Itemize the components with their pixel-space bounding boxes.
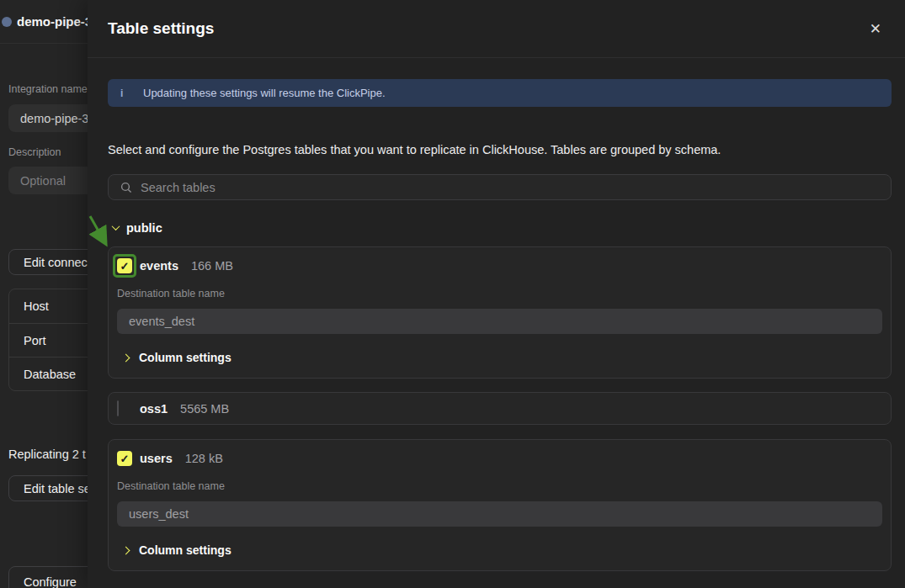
intro-text: Select and configure the Postgres tables…: [108, 142, 892, 157]
description-input[interactable]: Optional: [8, 167, 88, 194]
chevron-down-icon: [112, 222, 120, 230]
resume-info-banner: i Updating these settings will resume th…: [108, 79, 892, 107]
users-destination-input[interactable]: users_dest: [117, 501, 882, 527]
table-size: 5565 MB: [180, 402, 229, 416]
description-label: Description: [8, 146, 88, 158]
table-card-events: ✓ events 166 MB Destination table name e…: [108, 246, 892, 379]
close-icon[interactable]: ✕: [866, 19, 885, 40]
page-title: demo-pipe-3: [17, 14, 88, 29]
chevron-right-icon: [122, 353, 130, 362]
table-size: 166 MB: [191, 259, 233, 273]
edit-connection-button[interactable]: Edit connec: [8, 249, 88, 275]
chevron-right-icon: [122, 546, 130, 554]
table-settings-modal: Table settings ✕ i Updating these settin…: [88, 0, 905, 588]
table-row: ✓ users 128 kB: [117, 448, 882, 469]
schema-group-public[interactable]: public: [113, 221, 892, 234]
banner-text: Updating these settings will resume the …: [143, 87, 386, 99]
connection-row-host: Host: [9, 289, 88, 323]
connection-details-card: Host Port Database: [8, 289, 88, 391]
events-checkbox[interactable]: ✓: [117, 258, 132, 273]
destination-table-label: Destination table name: [117, 288, 882, 299]
table-card-oss1: oss1 5565 MB: [108, 392, 892, 425]
connection-row-port: Port: [9, 323, 88, 357]
replicating-status: Replicating 2 t: [8, 448, 88, 461]
search-placeholder: Search tables: [141, 181, 216, 194]
background-page: demo-pipe-3 Integration name demo-pipe-3…: [0, 0, 88, 588]
integration-name-label: Integration name: [8, 83, 88, 95]
edit-table-settings-button[interactable]: Edit table se: [8, 475, 88, 501]
integration-name-input[interactable]: demo-pipe-3: [8, 104, 88, 132]
source-icon: [2, 17, 12, 27]
configure-button[interactable]: Configure: [8, 566, 88, 588]
oss1-checkbox[interactable]: [117, 400, 119, 416]
destination-table-label: Destination table name: [117, 480, 882, 492]
users-checkbox[interactable]: ✓: [117, 451, 132, 466]
pipe-header: demo-pipe-3: [0, 0, 88, 44]
events-destination-input[interactable]: events_dest: [117, 309, 882, 334]
search-input[interactable]: Search tables: [108, 174, 892, 200]
connection-row-database: Database: [9, 357, 88, 390]
table-row: ✓ events 166 MB: [117, 255, 882, 277]
info-icon: i: [120, 87, 125, 99]
modal-title: Table settings: [108, 19, 214, 38]
events-column-settings-toggle[interactable]: Column settings: [123, 350, 882, 365]
search-icon: [120, 182, 132, 193]
modal-header: Table settings ✕: [88, 0, 905, 58]
users-column-settings-toggle[interactable]: Column settings: [123, 543, 882, 558]
table-card-users: ✓ users 128 kB Destination table name us…: [108, 439, 892, 571]
table-size: 128 kB: [185, 452, 223, 465]
